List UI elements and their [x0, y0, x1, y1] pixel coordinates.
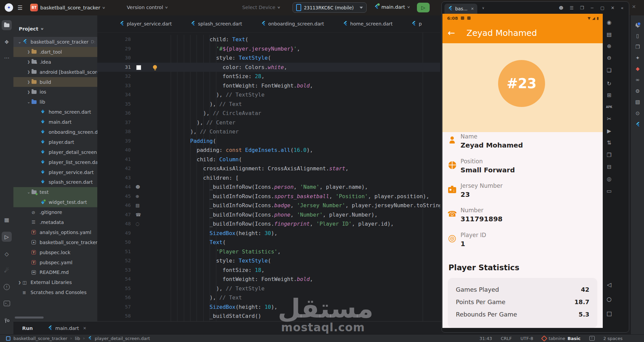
dart-analysis-icon[interactable]: ◇ [2, 249, 12, 259]
add-box-icon[interactable]: ⊞ [605, 91, 613, 99]
tree-chevron-icon[interactable]: ❯ [26, 80, 32, 84]
tree-chevron-icon[interactable]: ❯ [26, 90, 32, 94]
file-encoding[interactable]: UTF-8 [521, 336, 533, 341]
project-panel-header[interactable]: Project ∨ [19, 26, 43, 32]
snip-icon[interactable]: ✂ [605, 115, 613, 123]
editor-tab[interactable]: player_service.dart [119, 21, 172, 27]
line-separator[interactable]: CRLF [501, 336, 512, 341]
back-arrow-icon[interactable]: ← [448, 28, 455, 38]
tree-chevron-icon[interactable]: ❯ [26, 60, 32, 64]
tree-item-test[interactable]: ⌄test [13, 187, 97, 197]
tree-item-player_service.dart[interactable]: player_service.dart [13, 167, 97, 177]
gemini-icon[interactable]: ✦ [634, 54, 641, 62]
tree-item-player_list_screen.dart[interactable]: player_list_screen.dart [13, 157, 97, 167]
tree-item-analysis_options.yaml[interactable]: Yanalysis_options.yaml [13, 227, 97, 237]
breadcrumb-item[interactable]: player_detail_screen.dart [95, 336, 150, 341]
more-tool-windows-icon[interactable]: ⋯ [2, 53, 12, 63]
volume-up-icon[interactable]: ⊕ [605, 42, 613, 50]
color-preview-swatch[interactable] [136, 65, 141, 70]
screenshot-icon[interactable]: ❏ [605, 66, 613, 74]
close-icon[interactable]: ✕ [471, 7, 474, 11]
recents-button[interactable]: □ [605, 309, 613, 318]
collapse-icon[interactable]: « [621, 5, 624, 10]
app-quality-insights-icon[interactable]: ◆ [634, 65, 641, 72]
mirror-display-icon[interactable]: ❐ [605, 151, 613, 159]
build-tools-icon[interactable]: ⚙ [634, 88, 641, 95]
indent-setting[interactable]: 2 spaces [603, 336, 623, 341]
panel-menu-icon[interactable]: ☰ [570, 5, 574, 10]
minimize-icon[interactable]: − [590, 5, 594, 10]
select-device-dropdown[interactable]: Select Device ∨ [242, 5, 280, 10]
editor-tab[interactable]: home_screen.dart [343, 21, 392, 27]
maximize-icon[interactable]: ▢ [600, 5, 604, 10]
screen-record-icon[interactable]: ▶ [605, 127, 613, 135]
close-icon[interactable]: ✕ [632, 4, 636, 9]
device-screen[interactable]: 6:08 ▼ ◢ ▮ ← Zeyad Mohamed #23 NameZeyad… [442, 14, 603, 328]
snapshot-icon[interactable]: ▤ [605, 30, 613, 38]
intention-bulb-icon[interactable] [153, 65, 157, 69]
terminal-icon[interactable]: >_ [2, 298, 12, 308]
device-tab[interactable]: bas... ✕ [444, 4, 477, 14]
run-configuration-dropdown[interactable]: main.dart ∨ [374, 4, 410, 10]
tree-item-onboarding_screen.dart[interactable]: onboarding_screen.dart [13, 127, 97, 137]
problems-icon[interactable]: ! [2, 282, 12, 292]
tree-item-external-libraries[interactable]: ❯◫External Libraries [13, 277, 97, 287]
rotate-icon[interactable]: ↻ [605, 79, 613, 88]
home-button[interactable]: ○ [605, 295, 613, 303]
device-dropdown[interactable]: 23113RKC6C (mobile) [292, 2, 367, 13]
tree-item-readme.md[interactable]: MREADME.md [13, 267, 97, 277]
tree-item-.metadata[interactable]: ☰.metadata [13, 217, 97, 227]
search-icon[interactable]: ⊙ [634, 110, 641, 117]
wallet-icon[interactable]: ▭ [605, 187, 613, 195]
tree-item-.dart_tool[interactable]: ❯.dart_tool [13, 47, 97, 57]
run-tab-main-dart[interactable]: main.dart ✕ [48, 325, 87, 331]
tree-item-player_detail_screen.dart[interactable]: player_detail_screen.dart [13, 147, 97, 157]
tabnine-status[interactable]: tabnine Basic [542, 336, 581, 341]
tree-item-main.dart[interactable]: main.dart [13, 117, 97, 127]
tree-item-player.dart[interactable]: player.dart [13, 137, 97, 147]
sync-folder-icon[interactable]: ⊟ [605, 163, 613, 171]
install-apk-icon[interactable]: APK [605, 103, 613, 111]
tree-item-pubspec.lock[interactable]: Ypubspec.lock [13, 247, 97, 258]
project-panel-scrollbar[interactable] [15, 317, 44, 319]
run-icon[interactable]: ▷ [2, 232, 12, 242]
device-manager-icon[interactable]: ❐ [634, 43, 641, 51]
tree-item-ios[interactable]: ❯ios [13, 87, 97, 97]
volume-down-icon[interactable]: ⊖ [605, 54, 613, 62]
version-control-menu[interactable]: Version control ∨ [127, 5, 168, 10]
plugins-icon[interactable]: ▧ [634, 98, 641, 106]
account-icon[interactable]: ☻ [559, 5, 564, 10]
tree-chevron-icon[interactable]: ⌄ [17, 40, 22, 44]
resize-icon[interactable]: ⇅ [605, 138, 613, 147]
tree-item-build[interactable]: ❯build [13, 77, 97, 87]
tree-item-lib[interactable]: ⌄lib [13, 97, 97, 107]
tree-item-basketball_score_tracker[interactable]: ⌄basketball_score_trackerD: [13, 37, 97, 47]
caret-position[interactable]: 31:43 [479, 336, 492, 341]
notifications-status-icon[interactable]: ! [589, 336, 595, 341]
endpoints-icon[interactable]: ∞ [634, 76, 641, 83]
build-variants-icon[interactable]: ▦ [2, 215, 12, 225]
devtools-icon[interactable]: ☄ [2, 265, 12, 275]
tree-item-widget_test.dart[interactable]: widget_test.dart [13, 197, 97, 207]
close-icon[interactable]: ✕ [611, 5, 614, 10]
power-icon[interactable]: ◉ [605, 18, 613, 26]
float-window-icon[interactable]: ❐ [580, 5, 584, 10]
tree-chevron-icon[interactable]: ❯ [26, 70, 32, 74]
tree-chevron-icon[interactable]: ❯ [26, 50, 32, 54]
project-icon[interactable] [2, 20, 12, 30]
main-menu-icon[interactable]: ☰ [17, 4, 22, 11]
back-button[interactable]: ◁ [605, 281, 613, 289]
editor-tab[interactable]: splash_screen.dart [191, 21, 242, 27]
git-icon[interactable] [2, 316, 12, 326]
tree-chevron-icon[interactable]: ❯ [17, 281, 22, 284]
notifications-icon[interactable] [634, 21, 641, 28]
tree-chevron-icon[interactable]: ⌄ [26, 190, 32, 194]
tree-item-.gitignore[interactable]: ⊘.gitignore [13, 207, 97, 217]
structure-icon[interactable]: ❖ [2, 37, 12, 47]
tree-item-splash_screen.dart[interactable]: splash_screen.dart [13, 177, 97, 187]
breadcrumb-item[interactable]: basketball_score_tracker [13, 336, 67, 341]
tree-item-android-basketball_score[interactable]: ❯android [basketball_score [13, 67, 97, 77]
tree-item-basketball_score_tracker.iml[interactable]: ▪basketball_score_tracker.iml [13, 237, 97, 247]
tree-item-pubspec.yaml[interactable]: Ypubspec.yaml [13, 258, 97, 268]
run-button[interactable]: ▷ [417, 3, 430, 12]
